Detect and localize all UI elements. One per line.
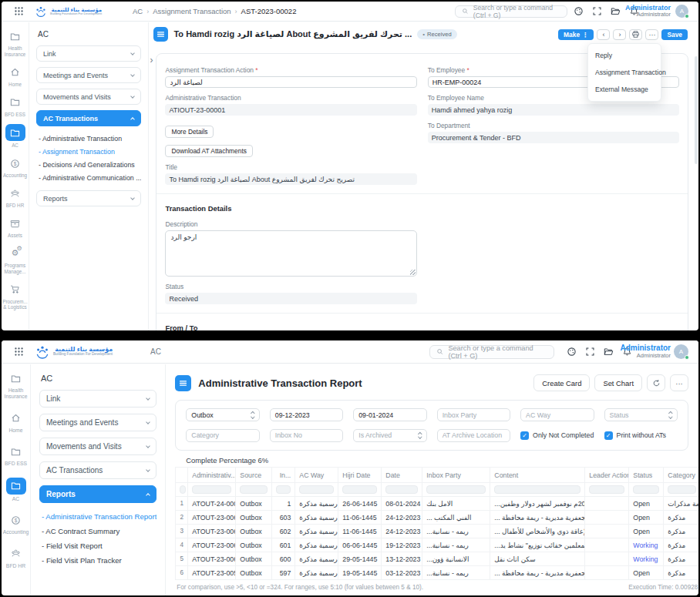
sidebar-item-field-visit-report[interactable]: Field Visit Report — [42, 538, 156, 553]
col-inbox-no[interactable]: In... — [272, 468, 295, 483]
sidebar-group-movements[interactable]: Movements and Visits — [36, 89, 141, 105]
rail-item-health-insurance[interactable]: Health Insurance — [2, 29, 29, 58]
sidebar-group-reports[interactable]: Reports — [36, 190, 141, 206]
org-logo[interactable]: مؤسسة بناء للتنميةBuilding Foundation Fo… — [35, 344, 113, 360]
sidebar-item-admin-communication[interactable]: Administrative Communication ... — [39, 171, 141, 184]
sidebar-group-reports[interactable]: Reports — [39, 485, 156, 503]
column-filter[interactable] — [385, 485, 418, 494]
search-input[interactable]: Search or type a command (Ctrl + G) — [429, 345, 554, 359]
rail-item-assets[interactable]: Assets — [2, 216, 29, 239]
status-select[interactable]: Status — [604, 408, 678, 421]
rail-item-ac[interactable]: AC — [2, 478, 30, 502]
open-folder-icon[interactable] — [611, 6, 621, 16]
column-filter[interactable] — [192, 485, 231, 494]
column-filter[interactable] — [240, 485, 268, 494]
column-filter[interactable] — [276, 485, 291, 494]
sidebar-group-ac-transactions[interactable]: AC Transactions — [36, 110, 141, 126]
set-chart-button[interactable]: Set Chart — [594, 374, 642, 391]
cell-id[interactable]: ATOUT-23-006... — [188, 511, 236, 525]
fullscreen-icon[interactable] — [585, 347, 595, 357]
more-options-button[interactable]: ··· — [670, 374, 688, 391]
column-filter[interactable] — [589, 485, 624, 494]
table-row[interactable]: 6ATOUT-23-005...Outbox597مذكرة‎ رسمية19-… — [176, 566, 698, 580]
column-filter[interactable] — [633, 485, 659, 494]
column-filter[interactable] — [342, 485, 377, 494]
assignment-transaction-action-input[interactable]: لصياغة الرد — [165, 76, 416, 88]
save-button[interactable]: Save — [661, 29, 688, 40]
rail-item-ac[interactable]: AC — [2, 124, 29, 149]
search-input[interactable]: Search or type a command (Ctrl + G) — [455, 5, 567, 18]
prev-button[interactable]: ‹ — [597, 29, 610, 40]
description-textarea[interactable]: ارجو الرد — [165, 230, 416, 277]
cell-id[interactable]: ATOUT-23-005... — [188, 566, 236, 580]
breadcrumb-doctype[interactable]: Assignment Transaction — [153, 7, 231, 15]
sidebar-item-administrative-transaction[interactable]: Administrative Transaction — [39, 132, 141, 145]
rail-item-procurement[interactable]: Procurem... & Logistics — [2, 282, 29, 311]
column-filter[interactable] — [668, 485, 696, 494]
sidebar-item-admin-transaction-report[interactable]: Administrative Transaction Report — [42, 509, 156, 524]
column-filter[interactable] — [494, 485, 581, 494]
scrollbar[interactable] — [695, 56, 698, 164]
col-hijri-date[interactable]: Hijri Date — [338, 468, 382, 483]
sidebar-item-decisions[interactable]: Decisions And Generalizations — [39, 158, 141, 171]
rail-item-bfd-hr[interactable]: BFD HR — [2, 546, 30, 569]
is-archived-select[interactable]: Is Archived — [353, 429, 426, 442]
refresh-button[interactable] — [647, 374, 665, 391]
col-status[interactable]: Status — [629, 468, 664, 483]
col-date[interactable]: Date — [382, 468, 422, 483]
status-cell[interactable]: Open — [629, 497, 664, 511]
create-card-button[interactable]: Create Card — [533, 374, 590, 391]
rail-item-bfd-ess[interactable]: BFD ESS — [2, 444, 30, 467]
col-leader-action[interactable]: Leader Action — [585, 468, 629, 483]
cell-id[interactable]: ATOUT-24-000... — [188, 497, 236, 511]
column-filter[interactable] — [299, 485, 334, 494]
menu-item-assignment-transaction[interactable]: Assignment Transaction — [588, 64, 661, 81]
category-input[interactable]: Category — [186, 429, 259, 442]
next-button[interactable]: › — [613, 29, 626, 40]
open-folder-icon[interactable] — [604, 347, 614, 357]
at-archive-location-input[interactable]: AT Archive Location — [437, 429, 510, 442]
table-row[interactable]: 4ATOUT-23-00601Outbox601مذكرة‎ رسمية06-0… — [176, 538, 698, 552]
cell-id[interactable]: ATOUT-23-00600 — [188, 552, 236, 566]
status-cell[interactable]: Working — [629, 552, 664, 566]
breadcrumb-ac[interactable]: AC — [133, 7, 143, 15]
breadcrumb-ac[interactable]: AC — [150, 347, 161, 356]
rail-item-health-insurance[interactable]: Health Insurance — [2, 371, 30, 401]
rail-item-accounting[interactable]: Accounting — [2, 156, 29, 179]
column-filter[interactable] — [426, 485, 486, 494]
sidebar-group-ac-transactions[interactable]: AC Transactions — [39, 461, 156, 479]
col-inbox-party[interactable]: Inbox Party — [422, 468, 490, 483]
theme-palette-icon[interactable] — [567, 347, 577, 357]
sidebar-group-link[interactable]: Link — [39, 390, 156, 408]
sidebar-group-meetings[interactable]: Meetings and Events — [36, 67, 141, 83]
sidebar-group-meetings[interactable]: Meetings and Events — [39, 414, 156, 431]
cell-id[interactable]: ATOUT-23-006... — [188, 525, 236, 538]
resize-handle[interactable] — [410, 270, 416, 275]
only-not-completed-checkbox[interactable]: ✓Only Not Completed — [520, 431, 594, 440]
sidebar-group-movements[interactable]: Movements and Visits — [39, 438, 156, 455]
status-cell[interactable]: Working — [629, 538, 664, 552]
rail-item-programs[interactable]: ⚙⚙Programs Manage... — [2, 246, 29, 275]
table-row[interactable]: 3ATOUT-23-006...Outbox602مذكرة‎ رسمية11-… — [176, 525, 698, 538]
avatar[interactable]: A — [674, 344, 688, 359]
theme-palette-icon[interactable] — [574, 6, 584, 16]
status-cell[interactable]: Open — [629, 566, 664, 580]
page-menu-icon[interactable] — [153, 27, 168, 42]
user-menu[interactable]: Administrator Administrator — [618, 344, 671, 359]
more-details-button[interactable]: More Details — [165, 126, 214, 138]
from-date-input[interactable]: 09-12-2023 — [270, 408, 343, 421]
sidebar-item-assignment-transaction[interactable]: Assignment Transaction — [39, 145, 141, 158]
table-row[interactable]: 5ATOUT-23-00600Outbox600مذكرة‎ رسمية29-0… — [176, 552, 698, 566]
rail-item-home[interactable]: Home — [2, 411, 30, 434]
to-date-input[interactable]: 09-01-2024 — [353, 408, 426, 421]
avatar[interactable]: A — [675, 5, 688, 18]
download-at-attachments-button[interactable]: Download AT Attachments — [165, 145, 252, 157]
menu-item-external-message[interactable]: External Message — [588, 81, 661, 98]
inbox-party-input[interactable]: Inbox Party — [437, 408, 510, 421]
source-select[interactable]: Outbox — [186, 408, 259, 421]
ac-way-input[interactable]: AC Way — [520, 408, 594, 421]
cell-id[interactable]: ATOUT-23-00601 — [188, 538, 236, 552]
table-row[interactable]: 2ATOUT-23-006...Outbox603مذكرة‎ رسمية11-… — [176, 511, 698, 525]
sidebar-collapse-toggle[interactable]: › — [150, 55, 153, 65]
user-menu[interactable]: Administrator Administrator — [623, 4, 671, 18]
